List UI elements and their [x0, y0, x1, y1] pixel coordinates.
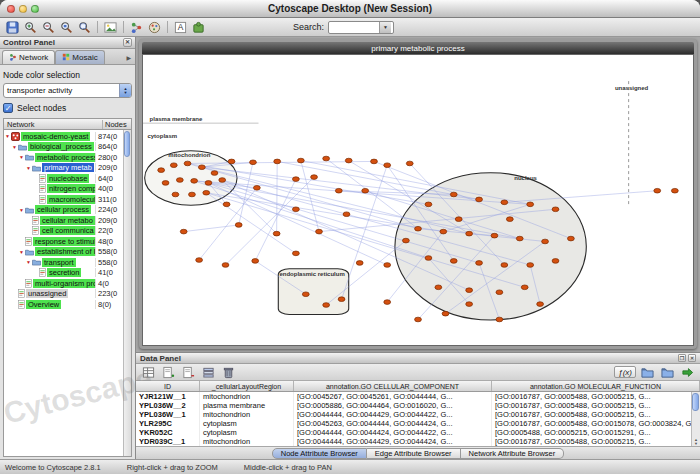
network-manager-icon[interactable]: [128, 19, 145, 35]
search-combobox[interactable]: ▼: [328, 21, 394, 34]
tab-overflow-arrow-icon[interactable]: ▶: [126, 54, 133, 64]
tree-item-unassigned[interactable]: unassigned223(0: [4, 289, 123, 300]
tree-item-cellular-process[interactable]: ▼cellular process224(0: [4, 205, 123, 216]
attribute-columns-icon[interactable]: [200, 364, 217, 380]
tree-item-metabolic-process[interactable]: ▼metabolic process280(0: [4, 152, 123, 163]
graph-node[interactable]: [198, 165, 205, 170]
graph-node[interactable]: [450, 259, 457, 264]
network-graph[interactable]: [143, 55, 693, 345]
graph-node[interactable]: [466, 231, 473, 236]
graph-node[interactable]: [537, 302, 544, 307]
graph-node[interactable]: [415, 226, 422, 231]
graph-node[interactable]: [516, 236, 523, 241]
graph-node[interactable]: [491, 233, 498, 238]
graph-node[interactable]: [567, 236, 574, 241]
trash-icon[interactable]: [220, 364, 237, 380]
open-attributes-icon[interactable]: [659, 364, 676, 380]
graph-node[interactable]: [442, 311, 449, 316]
node-color-dropdown[interactable]: transporter activity ▲▼: [3, 83, 132, 98]
graph-node[interactable]: [521, 285, 528, 290]
graph-node[interactable]: [435, 285, 442, 290]
tree-item-macromolecule[interactable]: macromolecule311(0: [4, 194, 123, 205]
tree-expander-icon[interactable]: ▼: [25, 165, 32, 171]
graph-node[interactable]: [211, 171, 218, 176]
map-attributes-icon[interactable]: [679, 364, 696, 380]
tree-item-response-to-stimul[interactable]: response to stimul48(0: [4, 236, 123, 247]
graph-node[interactable]: [253, 186, 260, 191]
tree-item-mosaic-demo-yeast[interactable]: ▼mosaic-demo-yeast874(0: [4, 131, 123, 142]
plugins-icon[interactable]: [190, 19, 207, 35]
graph-node[interactable]: [323, 156, 330, 161]
image-export-icon[interactable]: [102, 19, 119, 35]
graph-node[interactable]: [402, 238, 409, 243]
window-close-button[interactable]: [7, 5, 15, 13]
graph-node[interactable]: [158, 168, 165, 173]
graph-node[interactable]: [196, 258, 203, 263]
tree-item-transport[interactable]: ▼transport558(0: [4, 257, 123, 268]
tab-network[interactable]: Network: [2, 50, 55, 64]
select-nodes-checkbox[interactable]: ✓: [3, 103, 13, 113]
graph-node[interactable]: [235, 223, 242, 228]
table-row-ykr052c[interactable]: YKR052Ccytoplasm[GO:0044444, GO:0044424,…: [136, 428, 700, 437]
graph-node[interactable]: [292, 177, 299, 182]
column-header-cellularlayoutregion[interactable]: _cellularLayoutRegion: [200, 381, 294, 391]
zoom-selected-icon[interactable]: [58, 19, 75, 35]
graph-node[interactable]: [476, 197, 483, 202]
graph-node[interactable]: [189, 192, 196, 197]
tree-header-nodes[interactable]: Nodes: [103, 120, 131, 129]
graph-node[interactable]: [170, 163, 177, 168]
graph-node[interactable]: [219, 178, 226, 183]
graph-node[interactable]: [356, 261, 363, 266]
tree-scrollbar[interactable]: [123, 130, 131, 456]
tab-mosaic[interactable]: Mosaic: [55, 50, 104, 64]
tree-item-cellular-metabo[interactable]: cellular metabo209(0: [4, 215, 123, 226]
tab-network-attribute-browser[interactable]: Network Attribute Browser: [461, 448, 565, 459]
graph-node[interactable]: [273, 231, 280, 236]
table-row-ylr295c[interactable]: YLR295Ccytoplasm[GO:0045263, GO:0044444,…: [136, 419, 700, 428]
tree-item-multi-organism-pro[interactable]: multi-organism pro4(0: [4, 278, 123, 289]
save-session-icon[interactable]: [4, 19, 21, 35]
graph-node[interactable]: [654, 188, 661, 193]
tree-item-establishment-of-lo[interactable]: ▼establishment of lo558(0: [4, 247, 123, 258]
tree-expander-icon[interactable]: ▼: [18, 207, 25, 213]
network-window-titlebar[interactable]: primary metabolic process: [142, 42, 694, 54]
vizmapper-icon[interactable]: [146, 19, 163, 35]
window-minimize-button[interactable]: [19, 5, 27, 13]
graph-node[interactable]: [335, 188, 342, 193]
graph-node[interactable]: [466, 302, 473, 307]
graph-node[interactable]: [552, 207, 559, 212]
graph-node[interactable]: [384, 163, 391, 168]
graph-node[interactable]: [671, 188, 678, 193]
graph-node[interactable]: [384, 300, 391, 305]
table-row-ypl036w-2[interactable]: YPL036W__2plasma membrane[GO:0005886, GO…: [136, 401, 700, 410]
graph-node[interactable]: [203, 190, 210, 195]
graph-node[interactable]: [415, 317, 422, 322]
graph-node[interactable]: [552, 259, 559, 264]
graph-node[interactable]: [501, 200, 508, 205]
graph-node[interactable]: [222, 263, 229, 268]
graph-node[interactable]: [180, 229, 187, 234]
tree-item-overview[interactable]: Overview8(0): [4, 299, 123, 310]
table-row-ydr039c-1[interactable]: YDR039C__1mitochondrion[GO:0044444, GO:0…: [136, 437, 700, 446]
zoom-fit-icon[interactable]: [76, 19, 93, 35]
graph-node[interactable]: [176, 178, 183, 183]
graph-node[interactable]: [252, 259, 259, 264]
tree-item-nitrogen-compo[interactable]: nitrogen compo40(0: [4, 184, 123, 195]
graph-node[interactable]: [205, 181, 212, 186]
table-scrollbar[interactable]: ▲▼: [691, 392, 700, 446]
graph-node[interactable]: [250, 160, 257, 165]
graph-node[interactable]: [527, 202, 534, 207]
graph-node[interactable]: [466, 288, 473, 293]
graph-node[interactable]: [450, 192, 457, 197]
graph-node[interactable]: [406, 161, 413, 166]
search-dropdown-arrow-icon[interactable]: ▼: [379, 22, 391, 33]
graph-node[interactable]: [323, 303, 330, 308]
tree-expander-icon[interactable]: ▼: [4, 133, 11, 139]
column-header-annotation-go-cellular-component[interactable]: annotation.GO CELLULAR_COMPONENT: [294, 381, 492, 391]
window-zoom-button[interactable]: [31, 5, 39, 13]
graph-node[interactable]: [384, 263, 391, 268]
graph-node[interactable]: [292, 251, 299, 256]
graph-node[interactable]: [223, 202, 230, 207]
data-panel-close-icon[interactable]: ✕: [688, 354, 696, 362]
delete-attribute-icon[interactable]: [180, 364, 197, 380]
